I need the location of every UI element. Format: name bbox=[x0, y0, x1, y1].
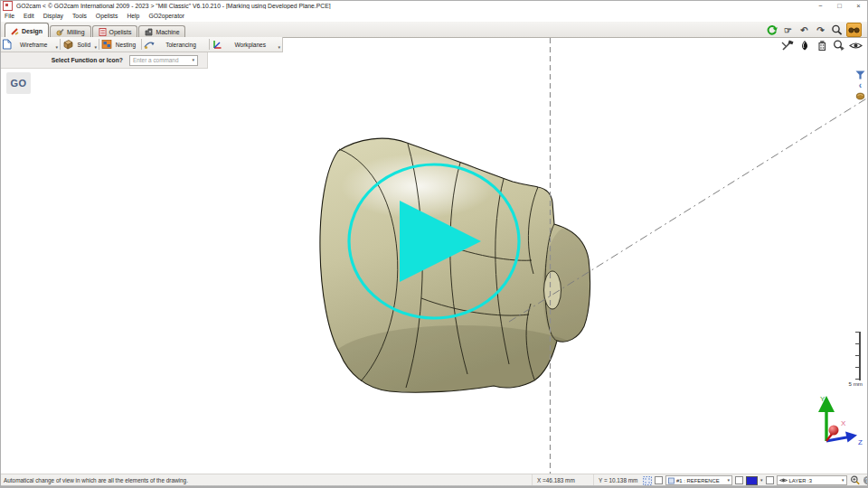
zoom-search-icon[interactable] bbox=[830, 23, 844, 36]
command-input-combobox[interactable]: Enter a command ▾ bbox=[129, 55, 198, 66]
y-axis-label: Y bbox=[820, 395, 826, 403]
menu-tools[interactable]: Tools bbox=[68, 13, 91, 19]
workplanes-label: Workplanes bbox=[222, 42, 278, 48]
pointer-hand-icon[interactable]: ☞ bbox=[781, 23, 795, 36]
filter-icon[interactable] bbox=[855, 70, 865, 80]
menu-display[interactable]: Display bbox=[39, 13, 68, 19]
tab-design[interactable]: Design bbox=[5, 23, 49, 38]
nesting-icon bbox=[101, 39, 112, 50]
tab-opelists-label: Opelists bbox=[109, 29, 132, 35]
opelists-list-icon bbox=[99, 28, 107, 36]
minimize-button[interactable]: − bbox=[811, 0, 830, 11]
side-tool-icons: ‹ bbox=[854, 70, 867, 100]
menu-go2operator[interactable]: GO2operator bbox=[144, 13, 189, 19]
ruler-tick bbox=[855, 367, 859, 368]
scale-label: 5 mm bbox=[839, 380, 863, 387]
help-button[interactable]: ? bbox=[863, 476, 868, 484]
color-swatch[interactable] bbox=[746, 476, 758, 485]
solid-dropdown-icon[interactable]: ▾ bbox=[94, 45, 97, 50]
menu-file[interactable]: File bbox=[0, 13, 19, 19]
solid-label: Solid bbox=[73, 42, 94, 48]
layer-selector[interactable]: LAYER :3 ▾ bbox=[777, 475, 847, 485]
layer-dropdown-icon: ▾ bbox=[842, 478, 844, 483]
glasses-view-button[interactable] bbox=[846, 23, 862, 37]
tab-milling[interactable]: Milling bbox=[50, 25, 91, 38]
cad-part-model bbox=[320, 138, 597, 398]
menubar: File Edit Display Tools Opelists Help GO… bbox=[0, 11, 868, 21]
scale-ruler bbox=[859, 332, 861, 380]
workplanes-button[interactable]: Workplanes ▾ bbox=[210, 37, 282, 52]
window-title: GO2cam < © GO2cam International 2009 - 2… bbox=[16, 3, 331, 9]
nesting-label: Nesting bbox=[112, 42, 139, 48]
ribbon-tab-row: Design Milling Opelists Machine bbox=[0, 22, 868, 38]
reference-checkbox[interactable] bbox=[655, 476, 663, 484]
tolerancing-icon bbox=[144, 39, 155, 50]
snap-grid-icon[interactable] bbox=[643, 476, 652, 485]
go-logo-button[interactable]: GO bbox=[6, 72, 31, 94]
eraser-icon[interactable] bbox=[797, 39, 811, 52]
layer-selector-value: LAYER :3 bbox=[789, 478, 840, 483]
layer-eye-icon bbox=[779, 477, 788, 483]
tolerancing-button[interactable]: Tolerancing bbox=[142, 37, 209, 52]
tab-machine-label: Machine bbox=[156, 29, 179, 35]
color-checkbox[interactable] bbox=[735, 476, 743, 484]
menu-edit[interactable]: Edit bbox=[19, 13, 39, 19]
reference-selector-value: #1 : REFERENCE bbox=[676, 478, 725, 483]
wireframe-icon bbox=[2, 39, 12, 50]
edit-tools-icon[interactable] bbox=[780, 39, 794, 52]
tab-opelists[interactable]: Opelists bbox=[92, 25, 138, 38]
tolerancing-label: Tolerancing bbox=[155, 42, 207, 48]
reference-icon bbox=[668, 477, 675, 484]
x-axis-ball-icon bbox=[829, 426, 839, 436]
workplanes-dropdown-icon[interactable]: ▾ bbox=[278, 45, 280, 50]
milling-tool-icon bbox=[56, 28, 64, 36]
app-icon bbox=[3, 1, 13, 11]
wireframe-button[interactable]: Wireframe ▾ bbox=[0, 37, 60, 52]
command-input-placeholder: Enter a command bbox=[133, 57, 178, 63]
ruler-tick bbox=[855, 379, 859, 380]
glasses-icon bbox=[848, 26, 860, 34]
ruler-tick bbox=[855, 355, 859, 356]
visibility-eye-icon[interactable] bbox=[849, 39, 863, 52]
solid-button[interactable]: Solid ▾ bbox=[61, 37, 99, 52]
statusbar: Automatical change of view in which are … bbox=[0, 474, 868, 485]
menu-help[interactable]: Help bbox=[122, 13, 144, 19]
machine-icon bbox=[145, 28, 153, 36]
view-quick-icons-row1: ☞ ↶ ↷ bbox=[765, 23, 862, 37]
command-prompt-label: Select Function or Icon? bbox=[0, 57, 129, 63]
menu-opelists[interactable]: Opelists bbox=[91, 13, 123, 19]
close-button[interactable]: × bbox=[849, 0, 868, 11]
layer-checkbox[interactable] bbox=[766, 476, 774, 484]
status-message: Automatical change of view in which are … bbox=[4, 477, 188, 483]
tab-design-label: Design bbox=[22, 28, 42, 34]
collapse-panel-icon[interactable]: ‹ bbox=[859, 81, 862, 89]
design-pencil-icon bbox=[11, 27, 19, 35]
material-blob-icon[interactable] bbox=[855, 91, 865, 100]
command-bar: Select Function or Icon? Enter a command… bbox=[0, 52, 208, 69]
maximize-button[interactable]: □ bbox=[830, 0, 849, 11]
z-axis-arrow-icon bbox=[845, 432, 857, 443]
tab-milling-label: Milling bbox=[67, 29, 85, 35]
refresh-view-icon[interactable] bbox=[765, 23, 778, 36]
workplanes-axes-icon bbox=[212, 39, 222, 50]
grater-clean-icon[interactable] bbox=[815, 39, 828, 52]
diagonal-axis-construction-line bbox=[509, 98, 868, 322]
nesting-button[interactable]: Nesting bbox=[99, 37, 141, 52]
wireframe-dropdown-icon[interactable]: ▾ bbox=[55, 45, 58, 50]
zoom-select-icon[interactable] bbox=[832, 39, 845, 52]
tab-machine[interactable]: Machine bbox=[138, 25, 185, 38]
solid-cube-icon bbox=[62, 39, 73, 50]
undo-icon[interactable]: ↶ bbox=[797, 23, 811, 36]
color-dropdown-icon[interactable]: ▾ bbox=[760, 478, 763, 483]
wireframe-label: Wireframe bbox=[12, 42, 55, 48]
ruler-tick bbox=[855, 332, 859, 333]
command-dropdown-icon[interactable]: ▾ bbox=[192, 58, 194, 62]
z-axis-label: Z bbox=[858, 438, 863, 446]
x-axis-label: X bbox=[841, 419, 846, 427]
titlebar: GO2cam < © GO2cam International 2009 - 2… bbox=[0, 0, 868, 11]
ruler-tick bbox=[855, 343, 859, 344]
reference-selector[interactable]: #1 : REFERENCE ▾ bbox=[665, 475, 732, 485]
redo-icon[interactable]: ↷ bbox=[814, 23, 827, 36]
3d-viewport-canvas[interactable] bbox=[0, 0, 868, 488]
zoom-layer-icon[interactable] bbox=[850, 475, 861, 485]
